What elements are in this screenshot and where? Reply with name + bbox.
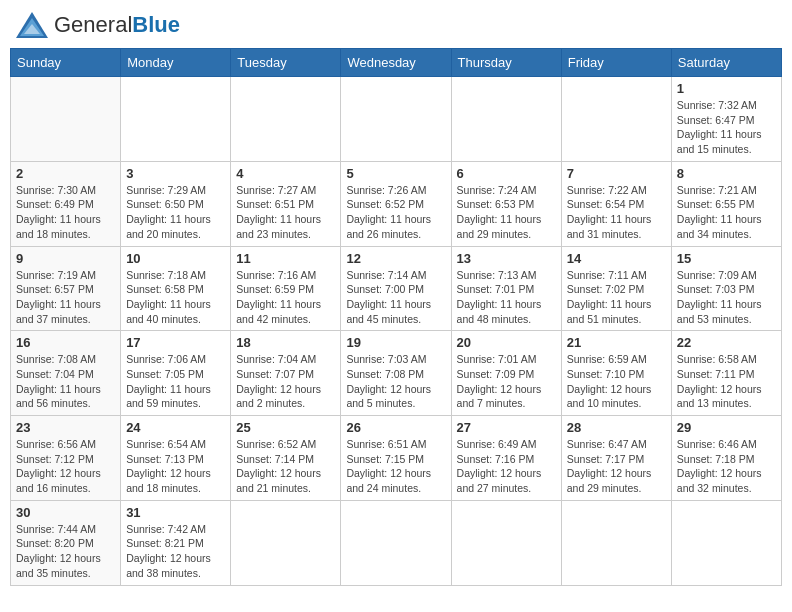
- calendar-cell: 25Sunrise: 6:52 AM Sunset: 7:14 PM Dayli…: [231, 416, 341, 501]
- general-blue-icon: [14, 10, 50, 40]
- weekday-header-thursday: Thursday: [451, 49, 561, 77]
- day-number: 6: [457, 166, 556, 181]
- day-number: 16: [16, 335, 115, 350]
- logo-text: GeneralBlue: [54, 14, 180, 36]
- calendar-cell: 30Sunrise: 7:44 AM Sunset: 8:20 PM Dayli…: [11, 500, 121, 585]
- day-info: Sunrise: 6:58 AM Sunset: 7:11 PM Dayligh…: [677, 352, 776, 411]
- day-info: Sunrise: 7:19 AM Sunset: 6:57 PM Dayligh…: [16, 268, 115, 327]
- day-info: Sunrise: 6:59 AM Sunset: 7:10 PM Dayligh…: [567, 352, 666, 411]
- calendar-cell: 26Sunrise: 6:51 AM Sunset: 7:15 PM Dayli…: [341, 416, 451, 501]
- day-number: 7: [567, 166, 666, 181]
- calendar-cell: 21Sunrise: 6:59 AM Sunset: 7:10 PM Dayli…: [561, 331, 671, 416]
- day-number: 21: [567, 335, 666, 350]
- day-number: 5: [346, 166, 445, 181]
- calendar-cell: [231, 77, 341, 162]
- calendar-week-0: 1Sunrise: 7:32 AM Sunset: 6:47 PM Daylig…: [11, 77, 782, 162]
- day-number: 19: [346, 335, 445, 350]
- day-number: 29: [677, 420, 776, 435]
- day-info: Sunrise: 7:14 AM Sunset: 7:00 PM Dayligh…: [346, 268, 445, 327]
- calendar-cell: 27Sunrise: 6:49 AM Sunset: 7:16 PM Dayli…: [451, 416, 561, 501]
- calendar-cell: [451, 77, 561, 162]
- calendar-cell: 29Sunrise: 6:46 AM Sunset: 7:18 PM Dayli…: [671, 416, 781, 501]
- day-info: Sunrise: 6:47 AM Sunset: 7:17 PM Dayligh…: [567, 437, 666, 496]
- day-info: Sunrise: 7:22 AM Sunset: 6:54 PM Dayligh…: [567, 183, 666, 242]
- day-info: Sunrise: 7:21 AM Sunset: 6:55 PM Dayligh…: [677, 183, 776, 242]
- calendar-cell: [561, 77, 671, 162]
- day-number: 24: [126, 420, 225, 435]
- calendar-cell: 19Sunrise: 7:03 AM Sunset: 7:08 PM Dayli…: [341, 331, 451, 416]
- calendar-cell: 23Sunrise: 6:56 AM Sunset: 7:12 PM Dayli…: [11, 416, 121, 501]
- calendar-cell: 20Sunrise: 7:01 AM Sunset: 7:09 PM Dayli…: [451, 331, 561, 416]
- weekday-header-monday: Monday: [121, 49, 231, 77]
- calendar-cell: 10Sunrise: 7:18 AM Sunset: 6:58 PM Dayli…: [121, 246, 231, 331]
- calendar-week-1: 2Sunrise: 7:30 AM Sunset: 6:49 PM Daylig…: [11, 161, 782, 246]
- calendar-cell: 15Sunrise: 7:09 AM Sunset: 7:03 PM Dayli…: [671, 246, 781, 331]
- page-header: GeneralBlue: [10, 10, 782, 40]
- day-number: 3: [126, 166, 225, 181]
- day-number: 4: [236, 166, 335, 181]
- day-info: Sunrise: 6:56 AM Sunset: 7:12 PM Dayligh…: [16, 437, 115, 496]
- day-number: 11: [236, 251, 335, 266]
- day-info: Sunrise: 7:29 AM Sunset: 6:50 PM Dayligh…: [126, 183, 225, 242]
- day-info: Sunrise: 7:06 AM Sunset: 7:05 PM Dayligh…: [126, 352, 225, 411]
- weekday-header-wednesday: Wednesday: [341, 49, 451, 77]
- calendar-cell: 18Sunrise: 7:04 AM Sunset: 7:07 PM Dayli…: [231, 331, 341, 416]
- day-number: 18: [236, 335, 335, 350]
- day-number: 31: [126, 505, 225, 520]
- day-info: Sunrise: 7:32 AM Sunset: 6:47 PM Dayligh…: [677, 98, 776, 157]
- weekday-header-friday: Friday: [561, 49, 671, 77]
- weekday-header-sunday: Sunday: [11, 49, 121, 77]
- day-info: Sunrise: 7:44 AM Sunset: 8:20 PM Dayligh…: [16, 522, 115, 581]
- calendar-week-3: 16Sunrise: 7:08 AM Sunset: 7:04 PM Dayli…: [11, 331, 782, 416]
- weekday-header-tuesday: Tuesday: [231, 49, 341, 77]
- calendar-cell: [231, 500, 341, 585]
- day-info: Sunrise: 7:42 AM Sunset: 8:21 PM Dayligh…: [126, 522, 225, 581]
- day-info: Sunrise: 7:03 AM Sunset: 7:08 PM Dayligh…: [346, 352, 445, 411]
- calendar-cell: [341, 500, 451, 585]
- day-number: 13: [457, 251, 556, 266]
- logo: GeneralBlue: [14, 10, 180, 40]
- day-number: 30: [16, 505, 115, 520]
- calendar-cell: [341, 77, 451, 162]
- day-number: 17: [126, 335, 225, 350]
- weekday-header-saturday: Saturday: [671, 49, 781, 77]
- day-number: 22: [677, 335, 776, 350]
- calendar-cell: 31Sunrise: 7:42 AM Sunset: 8:21 PM Dayli…: [121, 500, 231, 585]
- calendar-week-5: 30Sunrise: 7:44 AM Sunset: 8:20 PM Dayli…: [11, 500, 782, 585]
- day-info: Sunrise: 7:01 AM Sunset: 7:09 PM Dayligh…: [457, 352, 556, 411]
- day-info: Sunrise: 7:11 AM Sunset: 7:02 PM Dayligh…: [567, 268, 666, 327]
- calendar-cell: 9Sunrise: 7:19 AM Sunset: 6:57 PM Daylig…: [11, 246, 121, 331]
- calendar-table: SundayMondayTuesdayWednesdayThursdayFrid…: [10, 48, 782, 586]
- calendar-cell: [11, 77, 121, 162]
- day-number: 1: [677, 81, 776, 96]
- calendar-cell: 1Sunrise: 7:32 AM Sunset: 6:47 PM Daylig…: [671, 77, 781, 162]
- day-number: 10: [126, 251, 225, 266]
- day-info: Sunrise: 7:13 AM Sunset: 7:01 PM Dayligh…: [457, 268, 556, 327]
- day-info: Sunrise: 6:46 AM Sunset: 7:18 PM Dayligh…: [677, 437, 776, 496]
- day-number: 14: [567, 251, 666, 266]
- day-info: Sunrise: 7:24 AM Sunset: 6:53 PM Dayligh…: [457, 183, 556, 242]
- day-number: 27: [457, 420, 556, 435]
- day-number: 25: [236, 420, 335, 435]
- calendar-cell: 5Sunrise: 7:26 AM Sunset: 6:52 PM Daylig…: [341, 161, 451, 246]
- calendar-cell: [121, 77, 231, 162]
- calendar-cell: 8Sunrise: 7:21 AM Sunset: 6:55 PM Daylig…: [671, 161, 781, 246]
- weekday-row: SundayMondayTuesdayWednesdayThursdayFrid…: [11, 49, 782, 77]
- day-info: Sunrise: 7:08 AM Sunset: 7:04 PM Dayligh…: [16, 352, 115, 411]
- day-number: 8: [677, 166, 776, 181]
- day-info: Sunrise: 7:26 AM Sunset: 6:52 PM Dayligh…: [346, 183, 445, 242]
- day-info: Sunrise: 6:49 AM Sunset: 7:16 PM Dayligh…: [457, 437, 556, 496]
- day-number: 23: [16, 420, 115, 435]
- day-number: 9: [16, 251, 115, 266]
- day-info: Sunrise: 6:51 AM Sunset: 7:15 PM Dayligh…: [346, 437, 445, 496]
- calendar-header: SundayMondayTuesdayWednesdayThursdayFrid…: [11, 49, 782, 77]
- calendar-cell: 17Sunrise: 7:06 AM Sunset: 7:05 PM Dayli…: [121, 331, 231, 416]
- day-number: 20: [457, 335, 556, 350]
- calendar-cell: 16Sunrise: 7:08 AM Sunset: 7:04 PM Dayli…: [11, 331, 121, 416]
- calendar-cell: 7Sunrise: 7:22 AM Sunset: 6:54 PM Daylig…: [561, 161, 671, 246]
- day-info: Sunrise: 7:30 AM Sunset: 6:49 PM Dayligh…: [16, 183, 115, 242]
- calendar-cell: 14Sunrise: 7:11 AM Sunset: 7:02 PM Dayli…: [561, 246, 671, 331]
- day-info: Sunrise: 7:18 AM Sunset: 6:58 PM Dayligh…: [126, 268, 225, 327]
- calendar-cell: 2Sunrise: 7:30 AM Sunset: 6:49 PM Daylig…: [11, 161, 121, 246]
- day-number: 2: [16, 166, 115, 181]
